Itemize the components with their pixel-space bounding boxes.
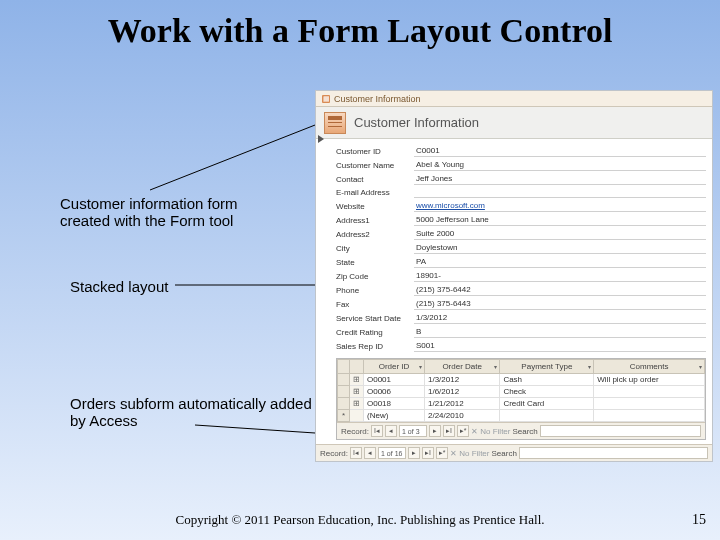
column-header[interactable]: Comments▾ (594, 360, 705, 374)
copyright-footer: Copyright © 2011 Pearson Education, Inc.… (0, 512, 720, 528)
table-row[interactable]: ⊞O00061/6/2012Check (338, 386, 705, 398)
nav-next-button[interactable]: ▸ (408, 447, 420, 459)
cell[interactable]: Cash (500, 374, 594, 386)
cell[interactable]: 1/21/2012 (424, 398, 499, 410)
cell[interactable]: O0006 (364, 386, 425, 398)
cell[interactable]: 1/6/2012 (424, 386, 499, 398)
form-row: Service Start Date1/3/2012 (336, 312, 706, 324)
table-row[interactable]: ⊞O00011/3/2012CashWill pick up order (338, 374, 705, 386)
form-body: Customer IDC0001Customer NameAbel & Youn… (316, 139, 712, 444)
slide-number: 15 (692, 512, 706, 528)
column-dropdown-icon[interactable]: ▾ (699, 363, 702, 370)
field-value[interactable]: Suite 2000 (414, 228, 706, 240)
nav-prev-button[interactable]: ◂ (364, 447, 376, 459)
form-header: Customer Information (316, 107, 712, 139)
form-row: CityDoylestown (336, 242, 706, 254)
nav-last-button[interactable]: ▸I (422, 447, 434, 459)
field-value[interactable]: PA (414, 256, 706, 268)
nav-new-button[interactable]: ▸* (457, 425, 469, 437)
form-tab[interactable]: ▦ Customer Information (316, 91, 712, 107)
expand-toggle[interactable]: ⊞ (350, 374, 364, 386)
expand-toggle[interactable]: ⊞ (350, 398, 364, 410)
cell[interactable]: Check (500, 386, 594, 398)
expand-toggle[interactable]: ⊞ (350, 386, 364, 398)
field-value[interactable]: (215) 375-6443 (414, 298, 706, 310)
nav-position[interactable]: 1 of 3 (399, 425, 427, 437)
cell[interactable] (594, 410, 705, 422)
cell[interactable]: 2/24/2010 (424, 410, 499, 422)
field-value[interactable]: C0001 (414, 145, 706, 157)
form-row: StatePA (336, 256, 706, 268)
form-title: Customer Information (354, 115, 479, 130)
expand-toggle[interactable] (350, 410, 364, 422)
field-label: Zip Code (336, 272, 414, 281)
form-row: Phone(215) 375-6442 (336, 284, 706, 296)
column-header[interactable]: Order ID▾ (364, 360, 425, 374)
column-header[interactable]: Order Date▾ (424, 360, 499, 374)
row-selector[interactable] (338, 374, 350, 386)
field-label: City (336, 244, 414, 253)
field-value[interactable]: S001 (414, 340, 706, 352)
form-row: Credit RatingB (336, 326, 706, 338)
form-row: Zip Code18901- (336, 270, 706, 282)
field-label: State (336, 258, 414, 267)
nav-position[interactable]: 1 of 16 (378, 447, 406, 459)
cell[interactable]: Will pick up order (594, 374, 705, 386)
nav-new-button[interactable]: ▸* (436, 447, 448, 459)
table-row[interactable]: ⊞O00181/21/2012Credit Card (338, 398, 705, 410)
field-label: Service Start Date (336, 314, 414, 323)
outer-record-navigator: Record: I◂ ◂ 1 of 16 ▸ ▸I ▸* ✕ No Filter… (316, 444, 712, 461)
nav-next-button[interactable]: ▸ (429, 425, 441, 437)
field-label: Credit Rating (336, 328, 414, 337)
expand-header (350, 360, 364, 374)
form-row: Customer NameAbel & Young (336, 159, 706, 171)
cell[interactable]: 1/3/2012 (424, 374, 499, 386)
cell[interactable]: O0018 (364, 398, 425, 410)
table-row[interactable]: *(New)2/24/2010 (338, 410, 705, 422)
row-selector[interactable]: * (338, 410, 350, 422)
field-value[interactable]: B (414, 326, 706, 338)
nav-nofilter[interactable]: ✕ No Filter (471, 427, 510, 436)
field-value[interactable]: www.microsoft.com (414, 200, 706, 212)
field-value[interactable]: 1/3/2012 (414, 312, 706, 324)
form-row: Sales Rep IDS001 (336, 340, 706, 352)
record-selector-icon[interactable] (318, 135, 326, 143)
cell[interactable] (500, 410, 594, 422)
nav-first-button[interactable]: I◂ (350, 447, 362, 459)
field-value[interactable]: Abel & Young (414, 159, 706, 171)
row-selector[interactable] (338, 398, 350, 410)
column-header[interactable]: Payment Type▾ (500, 360, 594, 374)
field-value[interactable]: 18901- (414, 270, 706, 282)
column-dropdown-icon[interactable]: ▾ (588, 363, 591, 370)
row-selector[interactable] (338, 386, 350, 398)
cell[interactable]: (New) (364, 410, 425, 422)
orders-subform: Order ID▾Order Date▾Payment Type▾Comment… (336, 358, 706, 440)
nav-search-input[interactable] (519, 447, 708, 459)
nav-search-label: Search (491, 449, 516, 458)
form-row: Customer IDC0001 (336, 145, 706, 157)
nav-last-button[interactable]: ▸I (443, 425, 455, 437)
nav-search-label: Search (512, 427, 537, 436)
nav-first-button[interactable]: I◂ (371, 425, 383, 437)
field-label: Sales Rep ID (336, 342, 414, 351)
cell[interactable]: O0001 (364, 374, 425, 386)
field-value[interactable]: Jeff Jones (414, 173, 706, 185)
tab-icon: ▦ (322, 95, 330, 103)
nav-nofilter[interactable]: ✕ No Filter (450, 449, 489, 458)
cell[interactable]: Credit Card (500, 398, 594, 410)
column-dropdown-icon[interactable]: ▾ (494, 363, 497, 370)
column-dropdown-icon[interactable]: ▾ (419, 363, 422, 370)
field-value[interactable]: (215) 375-6442 (414, 284, 706, 296)
nav-search-input[interactable] (540, 425, 701, 437)
field-value[interactable] (414, 187, 706, 198)
field-label: Customer ID (336, 147, 414, 156)
form-row: E-mail Address (336, 187, 706, 198)
cell[interactable] (594, 386, 705, 398)
field-value[interactable]: 5000 Jefferson Lane (414, 214, 706, 226)
callout-subform: Orders subform automatically added by Ac… (70, 395, 320, 430)
slide-title: Work with a Form Layout Control (0, 0, 720, 49)
nav-prev-button[interactable]: ◂ (385, 425, 397, 437)
cell[interactable] (594, 398, 705, 410)
field-value[interactable]: Doylestown (414, 242, 706, 254)
nav-label: Record: (341, 427, 369, 436)
